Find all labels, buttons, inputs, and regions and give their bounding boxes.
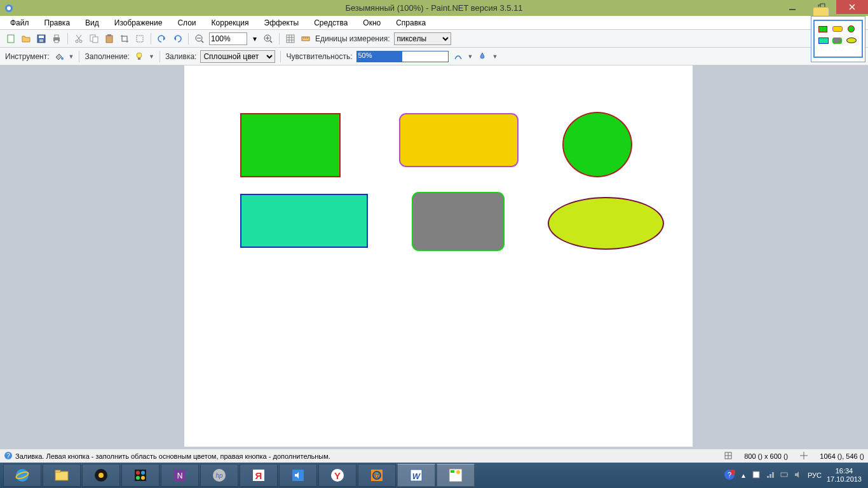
- menu-adjustments[interactable]: Коррекция: [205, 17, 255, 29]
- volume-icon[interactable]: [794, 470, 803, 480]
- svg-rect-52: [55, 470, 60, 472]
- tolerance-slider[interactable]: 50%: [356, 51, 449, 62]
- menu-help[interactable]: Справка: [390, 17, 432, 29]
- deselect-icon[interactable]: [134, 33, 146, 44]
- svg-point-76: [456, 470, 460, 474]
- svg-rect-21: [107, 34, 111, 36]
- save-icon[interactable]: [36, 33, 47, 44]
- svg-point-57: [141, 471, 145, 475]
- tool-dropdown-icon[interactable]: ▼: [69, 53, 74, 60]
- task-word[interactable]: W: [397, 464, 435, 487]
- menu-layers[interactable]: Слои: [171, 17, 202, 29]
- svg-text:Я: Я: [255, 470, 262, 481]
- task-yandex-browser[interactable]: Y: [318, 464, 356, 487]
- cut-icon[interactable]: [73, 33, 85, 44]
- toolbar-separator: [188, 33, 189, 44]
- task-puzzle[interactable]: [121, 464, 159, 487]
- menu-view[interactable]: Вид: [79, 17, 105, 29]
- blend-dropdown-icon[interactable]: ▼: [492, 53, 498, 60]
- svg-text:Y: Y: [334, 470, 341, 481]
- tray-clock[interactable]: 16:34 17.10.2013: [827, 467, 862, 484]
- new-icon[interactable]: [5, 33, 17, 44]
- svg-point-59: [141, 476, 145, 480]
- svg-rect-55: [135, 470, 146, 481]
- tolerance-value: 50%: [358, 51, 372, 59]
- paint-bucket-icon[interactable]: [53, 51, 65, 62]
- aa-dropdown-icon[interactable]: ▼: [468, 53, 473, 60]
- task-mail[interactable]: @: [358, 464, 396, 487]
- shape-gray-rounded: [412, 192, 505, 251]
- shape-green-circle: [562, 112, 632, 177]
- zoom-input[interactable]: [209, 32, 247, 45]
- status-dimensions: 800 () x 600 (): [744, 452, 788, 460]
- tool-options-bar: Инструмент: ▼ Заполнение: ▼ Заливка: Спл…: [0, 48, 868, 65]
- grid-icon[interactable]: [285, 33, 296, 44]
- svg-rect-81: [767, 476, 769, 478]
- canvas[interactable]: [184, 65, 693, 447]
- minimize-button[interactable]: [778, 0, 807, 14]
- svg-rect-7: [8, 35, 14, 43]
- network-icon[interactable]: [766, 470, 775, 480]
- close-button[interactable]: [836, 0, 868, 14]
- svg-point-56: [136, 471, 140, 475]
- battery-icon[interactable]: [780, 470, 789, 480]
- layers-tab[interactable]: [813, 7, 829, 16]
- redo-icon[interactable]: [172, 33, 183, 44]
- layer-thumbnail[interactable]: [813, 20, 863, 58]
- svg-point-16: [76, 40, 78, 43]
- toolbar-separator: [151, 33, 151, 44]
- menu-tools[interactable]: Средства: [308, 17, 354, 29]
- svg-point-17: [79, 40, 82, 43]
- menu-effects[interactable]: Эффекты: [258, 17, 306, 29]
- antialias-icon[interactable]: [452, 51, 464, 62]
- task-yandex[interactable]: Я: [240, 464, 278, 487]
- task-ie[interactable]: [3, 464, 41, 487]
- ruler-icon[interactable]: [300, 33, 311, 44]
- svg-rect-9: [39, 36, 44, 38]
- help-tray-icon[interactable]: ?: [724, 469, 735, 482]
- shape-teal-rect: [240, 194, 368, 248]
- svg-rect-82: [770, 474, 771, 478]
- svg-text:?: ?: [6, 452, 10, 459]
- lightbulb-icon[interactable]: [133, 51, 145, 62]
- sampling-dropdown-icon[interactable]: ▼: [149, 53, 154, 60]
- flag-icon[interactable]: [752, 470, 761, 480]
- toolbar-separator: [280, 51, 281, 62]
- toolbar-separator: [79, 51, 79, 62]
- task-media[interactable]: [82, 464, 120, 487]
- menu-image[interactable]: Изображение: [108, 17, 169, 29]
- right-gutter: [693, 65, 868, 449]
- menu-edit[interactable]: Правка: [38, 17, 77, 29]
- shape-lime-ellipse: [548, 197, 664, 250]
- svg-text:N: N: [177, 471, 183, 480]
- blend-icon[interactable]: [477, 51, 488, 62]
- print-icon[interactable]: [51, 33, 62, 44]
- svg-rect-20: [106, 36, 112, 43]
- zoom-in-icon[interactable]: [262, 33, 274, 44]
- menu-file[interactable]: Файл: [4, 17, 36, 29]
- svg-point-54: [98, 473, 104, 478]
- task-onenote[interactable]: N: [161, 464, 199, 487]
- paste-icon[interactable]: [104, 33, 115, 44]
- task-paintnet[interactable]: [437, 464, 475, 487]
- copy-icon[interactable]: [88, 33, 100, 44]
- zoom-out-icon[interactable]: [194, 33, 205, 44]
- chevron-up-icon[interactable]: ▲: [740, 472, 747, 479]
- taskbar: N hp Я Y @ W ? ▲ РУС 16:34 17.10.2013: [0, 463, 868, 488]
- status-hint: Заливка. Левая кнопка - заполнить област…: [15, 452, 330, 460]
- menu-window[interactable]: Окно: [356, 17, 387, 29]
- fill-select[interactable]: Сплошной цвет: [200, 50, 275, 63]
- language-indicator[interactable]: РУС: [808, 471, 822, 479]
- layers-panel[interactable]: [811, 16, 865, 62]
- crop-icon[interactable]: [119, 33, 130, 44]
- toolbar-separator: [279, 33, 280, 44]
- undo-icon[interactable]: [156, 33, 168, 44]
- menubar: Файл Правка Вид Изображение Слои Коррекц…: [0, 16, 868, 30]
- task-hp[interactable]: hp: [200, 464, 238, 487]
- zoom-dropdown-icon[interactable]: ▾: [251, 33, 259, 44]
- units-select[interactable]: пикселы: [394, 32, 451, 45]
- task-explorer[interactable]: [43, 464, 81, 487]
- svg-rect-22: [137, 36, 143, 42]
- task-speaker[interactable]: [279, 464, 317, 487]
- open-icon[interactable]: [20, 33, 32, 44]
